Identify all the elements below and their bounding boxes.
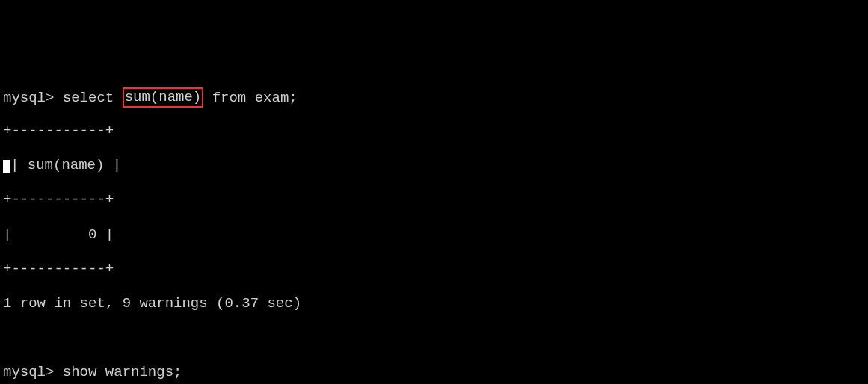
mysql-prompt: mysql> show warnings; [3,364,182,380]
table-border: +-----------+ [3,261,114,277]
result-header: | sum(name) | [10,157,121,173]
table-border: +-----------+ [3,191,114,208]
sql-remainder: from exam; [203,90,297,106]
highlighted-sql-fragment: sum(name) [123,87,204,108]
table-border: +-----------+ [3,123,114,139]
mysql-prompt: mysql> select [3,90,123,106]
rowset-summary: 1 row in set, 9 warnings (0.37 sec) [3,295,301,312]
cursor-block [3,160,10,173]
terminal-output[interactable]: mysql> select sum(name) from exam; +----… [3,71,865,384]
result-row: | 0 | [3,226,114,243]
